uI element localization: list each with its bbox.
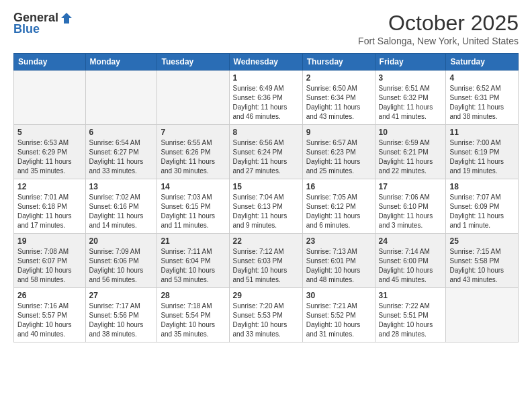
table-row: 25Sunrise: 7:15 AM Sunset: 5:58 PM Dayli… <box>446 234 519 288</box>
day-number: 23 <box>306 236 371 246</box>
day-number: 20 <box>89 236 154 246</box>
calendar-week-row: 5Sunrise: 6:53 AM Sunset: 6:29 PM Daylig… <box>14 125 519 179</box>
day-info: Sunrise: 7:15 AM Sunset: 5:58 PM Dayligh… <box>449 247 515 285</box>
calendar-week-row: 1Sunrise: 6:49 AM Sunset: 6:36 PM Daylig… <box>14 71 519 125</box>
day-info: Sunrise: 6:54 AM Sunset: 6:27 PM Dayligh… <box>89 138 154 176</box>
table-row: 7Sunrise: 6:55 AM Sunset: 6:26 PM Daylig… <box>157 125 229 179</box>
day-number: 24 <box>379 236 443 246</box>
day-info: Sunrise: 7:16 AM Sunset: 5:57 PM Dayligh… <box>17 302 82 339</box>
table-row: 5Sunrise: 6:53 AM Sunset: 6:29 PM Daylig… <box>14 125 86 179</box>
day-info: Sunrise: 6:50 AM Sunset: 6:34 PM Dayligh… <box>306 84 371 122</box>
day-number: 31 <box>379 291 443 300</box>
day-info: Sunrise: 6:57 AM Sunset: 6:23 PM Dayligh… <box>306 138 371 176</box>
day-info: Sunrise: 7:05 AM Sunset: 6:12 PM Dayligh… <box>306 193 371 230</box>
day-info: Sunrise: 7:00 AM Sunset: 6:19 PM Dayligh… <box>449 138 515 176</box>
day-info: Sunrise: 7:04 AM Sunset: 6:13 PM Dayligh… <box>233 193 299 230</box>
day-info: Sunrise: 7:06 AM Sunset: 6:10 PM Dayligh… <box>379 193 443 230</box>
header: General Blue October 2025 Fort Salonga, … <box>13 11 519 46</box>
day-info: Sunrise: 7:14 AM Sunset: 6:00 PM Dayligh… <box>379 247 443 285</box>
table-row: 20Sunrise: 7:09 AM Sunset: 6:06 PM Dayli… <box>85 234 157 288</box>
table-row: 31Sunrise: 7:22 AM Sunset: 5:51 PM Dayli… <box>375 288 446 342</box>
table-row: 11Sunrise: 7:00 AM Sunset: 6:19 PM Dayli… <box>446 125 519 179</box>
day-number: 22 <box>233 236 299 246</box>
day-number: 7 <box>161 128 225 137</box>
table-row: 18Sunrise: 7:07 AM Sunset: 6:09 PM Dayli… <box>446 179 519 234</box>
day-number: 16 <box>306 182 371 191</box>
day-number: 6 <box>89 128 154 137</box>
day-number: 29 <box>233 291 299 300</box>
title-block: October 2025 Fort Salonga, New York, Uni… <box>358 11 519 46</box>
calendar-week-row: 12Sunrise: 7:01 AM Sunset: 6:18 PM Dayli… <box>14 179 519 234</box>
day-info: Sunrise: 6:52 AM Sunset: 6:31 PM Dayligh… <box>449 84 515 122</box>
col-tuesday: Tuesday <box>157 54 229 71</box>
day-info: Sunrise: 7:20 AM Sunset: 5:53 PM Dayligh… <box>233 302 299 339</box>
day-number: 2 <box>306 73 371 83</box>
day-info: Sunrise: 7:11 AM Sunset: 6:04 PM Dayligh… <box>161 247 225 285</box>
day-number: 12 <box>17 182 82 191</box>
day-info: Sunrise: 7:07 AM Sunset: 6:09 PM Dayligh… <box>449 193 515 230</box>
table-row <box>446 288 519 342</box>
day-info: Sunrise: 7:12 AM Sunset: 6:03 PM Dayligh… <box>233 247 299 285</box>
day-info: Sunrise: 7:22 AM Sunset: 5:51 PM Dayligh… <box>379 302 443 339</box>
day-number: 21 <box>161 236 225 246</box>
col-monday: Monday <box>85 54 157 71</box>
day-number: 3 <box>379 73 443 83</box>
table-row <box>157 71 229 125</box>
day-info: Sunrise: 7:18 AM Sunset: 5:54 PM Dayligh… <box>161 302 225 339</box>
day-number: 27 <box>89 291 154 300</box>
day-number: 25 <box>449 236 515 246</box>
table-row: 13Sunrise: 7:02 AM Sunset: 6:16 PM Dayli… <box>85 179 157 234</box>
table-row <box>14 71 86 125</box>
day-info: Sunrise: 7:09 AM Sunset: 6:06 PM Dayligh… <box>89 247 154 285</box>
table-row: 6Sunrise: 6:54 AM Sunset: 6:27 PM Daylig… <box>85 125 157 179</box>
day-number: 9 <box>306 128 371 137</box>
day-info: Sunrise: 6:59 AM Sunset: 6:21 PM Dayligh… <box>379 138 443 176</box>
table-row: 3Sunrise: 6:51 AM Sunset: 6:32 PM Daylig… <box>375 71 446 125</box>
day-info: Sunrise: 7:08 AM Sunset: 6:07 PM Dayligh… <box>17 247 82 285</box>
day-number: 11 <box>449 128 515 137</box>
table-row: 8Sunrise: 6:56 AM Sunset: 6:24 PM Daylig… <box>229 125 302 179</box>
day-number: 5 <box>17 128 82 137</box>
table-row: 19Sunrise: 7:08 AM Sunset: 6:07 PM Dayli… <box>14 234 86 288</box>
table-row: 23Sunrise: 7:13 AM Sunset: 6:01 PM Dayli… <box>302 234 375 288</box>
table-row: 2Sunrise: 6:50 AM Sunset: 6:34 PM Daylig… <box>302 71 375 125</box>
day-info: Sunrise: 7:17 AM Sunset: 5:56 PM Dayligh… <box>89 302 154 339</box>
day-number: 4 <box>449 73 515 83</box>
calendar-week-row: 19Sunrise: 7:08 AM Sunset: 6:07 PM Dayli… <box>14 234 519 288</box>
table-row: 4Sunrise: 6:52 AM Sunset: 6:31 PM Daylig… <box>446 71 519 125</box>
logo: General Blue <box>13 11 73 36</box>
table-row: 22Sunrise: 7:12 AM Sunset: 6:03 PM Dayli… <box>229 234 302 288</box>
day-info: Sunrise: 6:56 AM Sunset: 6:24 PM Dayligh… <box>233 138 299 176</box>
table-row: 16Sunrise: 7:05 AM Sunset: 6:12 PM Dayli… <box>302 179 375 234</box>
day-info: Sunrise: 6:51 AM Sunset: 6:32 PM Dayligh… <box>379 84 443 122</box>
day-info: Sunrise: 7:03 AM Sunset: 6:15 PM Dayligh… <box>161 193 225 230</box>
calendar: Sunday Monday Tuesday Wednesday Thursday… <box>13 53 519 342</box>
col-thursday: Thursday <box>302 54 375 71</box>
day-info: Sunrise: 6:49 AM Sunset: 6:36 PM Dayligh… <box>233 84 299 122</box>
table-row: 21Sunrise: 7:11 AM Sunset: 6:04 PM Dayli… <box>157 234 229 288</box>
day-info: Sunrise: 7:13 AM Sunset: 6:01 PM Dayligh… <box>306 247 371 285</box>
day-number: 28 <box>161 291 225 300</box>
table-row: 28Sunrise: 7:18 AM Sunset: 5:54 PM Dayli… <box>157 288 229 342</box>
table-row: 26Sunrise: 7:16 AM Sunset: 5:57 PM Dayli… <box>14 288 86 342</box>
page: General Blue October 2025 Fort Salonga, … <box>0 0 532 411</box>
day-number: 19 <box>17 236 82 246</box>
table-row: 12Sunrise: 7:01 AM Sunset: 6:18 PM Dayli… <box>14 179 86 234</box>
table-row: 29Sunrise: 7:20 AM Sunset: 5:53 PM Dayli… <box>229 288 302 342</box>
day-number: 18 <box>449 182 515 191</box>
table-row: 24Sunrise: 7:14 AM Sunset: 6:00 PM Dayli… <box>375 234 446 288</box>
day-number: 14 <box>161 182 225 191</box>
col-sunday: Sunday <box>14 54 86 71</box>
day-number: 13 <box>89 182 154 191</box>
calendar-header-row: Sunday Monday Tuesday Wednesday Thursday… <box>14 54 519 71</box>
day-info: Sunrise: 7:02 AM Sunset: 6:16 PM Dayligh… <box>89 193 154 230</box>
col-wednesday: Wednesday <box>229 54 302 71</box>
day-number: 17 <box>379 182 443 191</box>
month-title: October 2025 <box>358 11 519 36</box>
calendar-week-row: 26Sunrise: 7:16 AM Sunset: 5:57 PM Dayli… <box>14 288 519 342</box>
day-number: 30 <box>306 291 371 300</box>
table-row <box>85 71 157 125</box>
table-row: 9Sunrise: 6:57 AM Sunset: 6:23 PM Daylig… <box>302 125 375 179</box>
day-number: 10 <box>379 128 443 137</box>
day-number: 26 <box>17 291 82 300</box>
